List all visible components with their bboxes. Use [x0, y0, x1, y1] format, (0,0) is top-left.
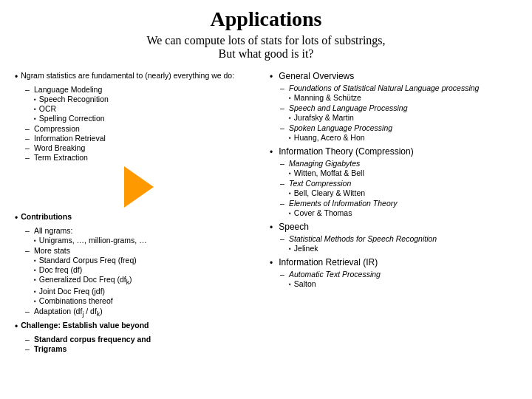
dash-wb: – [25, 143, 31, 152]
atp-title: Automatic Text Processing [289, 270, 381, 279]
dash-spoken: – [280, 123, 286, 132]
dash-allng: – [25, 226, 31, 235]
te-label: Term Extraction [34, 153, 88, 162]
bullet3-dot: • [15, 321, 18, 332]
right-arrow [124, 166, 154, 208]
dash-adapt: – [25, 307, 31, 316]
sub-dot-salt: ▪ [289, 281, 291, 287]
sub-dot-jdf: ▪ [34, 288, 36, 295]
right-column: • General Overviews – Foundations of Sta… [270, 71, 517, 354]
spelling-label: Spelling Correction [39, 114, 105, 123]
trigrams-label: Trigrams [34, 344, 66, 353]
ir-title: Information Retrieval (IR) [279, 257, 378, 267]
sub-dot-wmb: ▪ [289, 170, 291, 177]
lang-modeling-label: Language Modeling [34, 85, 102, 94]
dash-trigrams: – [25, 344, 31, 353]
sub-dot-ng: ▪ [34, 237, 36, 244]
eit-title: Elements of Information Theory [289, 199, 397, 208]
tc-title: Text Compression [289, 179, 351, 188]
mg-title: Managing Gigabytes [289, 159, 360, 168]
witten-label: Witten, Moffat & Bell [294, 168, 364, 177]
sub-dot-bcw: ▪ [289, 190, 291, 197]
sub-dot-gdf: ▪ [34, 276, 36, 283]
dash-eit: – [280, 199, 286, 208]
sub-dot-df: ▪ [34, 267, 36, 273]
wb-label: Word Breaking [34, 143, 85, 152]
cover-label: Cover & Thomas [294, 208, 352, 217]
contributions-label: Contributions [21, 212, 262, 221]
allng-label: All ngrams: [34, 226, 73, 235]
gdf-label: Generalized Doc Freq (dfk) [39, 275, 132, 286]
info-theory-section: • Information Theory (Compression) – Man… [270, 146, 517, 217]
bullet-speech-dot: • [270, 222, 273, 233]
adapt-label: Adaptation (dfj / dfk) [34, 307, 103, 318]
df-label: Doc freq (df) [39, 265, 82, 274]
general-overviews-section: • General Overviews – Foundations of Sta… [270, 71, 517, 142]
spoken-title: Spoken Language Processing [289, 123, 392, 132]
manning-label: Manning & Schütze [294, 93, 361, 102]
sub-dot-jel: ▪ [289, 245, 291, 252]
dash-slp: – [280, 103, 286, 112]
jelinek-label: Jelinek [294, 244, 318, 253]
bell-label: Bell, Cleary & Witten [294, 188, 365, 197]
info-theory-title: Information Theory (Compression) [279, 146, 414, 157]
std-corpus-label: Standard corpus frequency and [34, 335, 151, 344]
sub-dot-comb: ▪ [34, 298, 36, 304]
unigrams-label: Unigrams, …, million-grams, … [39, 236, 147, 245]
challenge-label: Challenge: Establish value beyond [21, 321, 262, 330]
fsnlp-title: Foundations of Statistical Natural Langu… [289, 83, 479, 92]
dash-fsnlp: – [280, 83, 286, 92]
arrow-container [15, 166, 262, 208]
jurafsky-label: Jurafsky & Martin [294, 113, 354, 122]
dash-smsr: – [280, 234, 286, 243]
sub-dot-jm: ▪ [289, 115, 291, 121]
sub-dot-huang: ▪ [289, 134, 291, 141]
smsr-title: Statistical Methods for Speech Recogniti… [289, 234, 437, 243]
dash-lang: – [25, 85, 31, 94]
dash-ir: – [25, 134, 31, 143]
sub-dot-ms: ▪ [289, 95, 291, 101]
left-column: • Ngram statistics are fundamental to (n… [15, 71, 262, 354]
speech-title: Speech [279, 222, 309, 232]
dash-mg: – [280, 159, 286, 168]
general-overviews-title: General Overviews [279, 71, 354, 81]
huang-label: Huang, Acero & Hon [294, 133, 365, 142]
speech-rec-label: Speech Recognition [39, 95, 109, 103]
bullet2-dot: • [15, 213, 18, 223]
compression-label: Compression [34, 124, 80, 133]
dash-compression: – [25, 124, 31, 133]
salton-label: Salton [294, 279, 316, 288]
dash-std: – [25, 335, 31, 344]
sub-dot-3: ▪ [34, 115, 36, 122]
page-title: Applications [15, 7, 517, 31]
ir-label: Information Retrieval [34, 134, 106, 143]
sub-dot-ct: ▪ [289, 210, 291, 216]
bullet-gen-dot: • [270, 72, 273, 82]
bullet1-text: Ngram statistics are fundamental to (nea… [21, 71, 262, 80]
sub-dot-2: ▪ [34, 106, 36, 112]
more-label: More stats [34, 246, 70, 255]
speech-section: • Speech – Statistical Methods for Speec… [270, 222, 517, 253]
sub-dot-freq: ▪ [34, 257, 36, 264]
subtitle: We can compute lots of stats for lots of… [15, 34, 517, 61]
bullet1-dot: • [15, 72, 18, 82]
dash-atp: – [280, 270, 286, 279]
bullet-ir-dot: • [270, 258, 273, 268]
dash-tc: – [280, 179, 286, 188]
comb-label: Combinations thereof [39, 296, 113, 305]
dash-te: – [25, 153, 31, 162]
dash-more: – [25, 246, 31, 255]
jdf-label: Joint Doc Freq (jdf) [39, 287, 105, 296]
sub-dot-1: ▪ [34, 96, 36, 103]
slp-title: Speech and Language Processing [289, 103, 408, 112]
bullet-it-dot: • [270, 147, 273, 157]
ir-section: • Information Retrieval (IR) – Automatic… [270, 257, 517, 288]
freq-label: Standard Corpus Freq (freq) [39, 256, 137, 265]
ocr-label: OCR [39, 104, 56, 113]
